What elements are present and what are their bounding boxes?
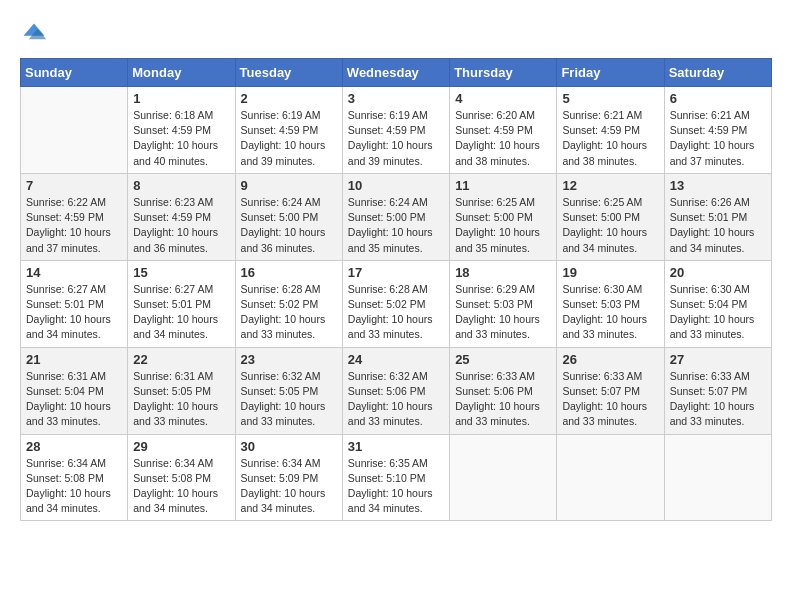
- calendar-cell: 6Sunrise: 6:21 AMSunset: 4:59 PMDaylight…: [664, 87, 771, 174]
- calendar-cell: 21Sunrise: 6:31 AMSunset: 5:04 PMDayligh…: [21, 347, 128, 434]
- day-number: 18: [455, 265, 551, 280]
- day-info: Sunrise: 6:34 AMSunset: 5:09 PMDaylight:…: [241, 456, 337, 517]
- day-number: 12: [562, 178, 658, 193]
- day-info: Sunrise: 6:33 AMSunset: 5:06 PMDaylight:…: [455, 369, 551, 430]
- day-number: 3: [348, 91, 444, 106]
- col-header-sunday: Sunday: [21, 59, 128, 87]
- col-header-friday: Friday: [557, 59, 664, 87]
- calendar-cell: 17Sunrise: 6:28 AMSunset: 5:02 PMDayligh…: [342, 260, 449, 347]
- calendar-cell: 31Sunrise: 6:35 AMSunset: 5:10 PMDayligh…: [342, 434, 449, 521]
- col-header-tuesday: Tuesday: [235, 59, 342, 87]
- calendar-cell: 25Sunrise: 6:33 AMSunset: 5:06 PMDayligh…: [450, 347, 557, 434]
- day-number: 10: [348, 178, 444, 193]
- day-info: Sunrise: 6:29 AMSunset: 5:03 PMDaylight:…: [455, 282, 551, 343]
- calendar-cell: 27Sunrise: 6:33 AMSunset: 5:07 PMDayligh…: [664, 347, 771, 434]
- day-number: 14: [26, 265, 122, 280]
- day-number: 16: [241, 265, 337, 280]
- day-number: 11: [455, 178, 551, 193]
- day-number: 31: [348, 439, 444, 454]
- day-number: 27: [670, 352, 766, 367]
- calendar-cell: 16Sunrise: 6:28 AMSunset: 5:02 PMDayligh…: [235, 260, 342, 347]
- day-info: Sunrise: 6:34 AMSunset: 5:08 PMDaylight:…: [26, 456, 122, 517]
- calendar-cell: 26Sunrise: 6:33 AMSunset: 5:07 PMDayligh…: [557, 347, 664, 434]
- day-info: Sunrise: 6:25 AMSunset: 5:00 PMDaylight:…: [562, 195, 658, 256]
- day-number: 4: [455, 91, 551, 106]
- day-number: 2: [241, 91, 337, 106]
- day-info: Sunrise: 6:23 AMSunset: 4:59 PMDaylight:…: [133, 195, 229, 256]
- day-info: Sunrise: 6:33 AMSunset: 5:07 PMDaylight:…: [562, 369, 658, 430]
- calendar-cell: 23Sunrise: 6:32 AMSunset: 5:05 PMDayligh…: [235, 347, 342, 434]
- day-number: 20: [670, 265, 766, 280]
- col-header-wednesday: Wednesday: [342, 59, 449, 87]
- calendar-cell: 15Sunrise: 6:27 AMSunset: 5:01 PMDayligh…: [128, 260, 235, 347]
- day-number: 25: [455, 352, 551, 367]
- day-info: Sunrise: 6:24 AMSunset: 5:00 PMDaylight:…: [348, 195, 444, 256]
- day-number: 7: [26, 178, 122, 193]
- day-info: Sunrise: 6:19 AMSunset: 4:59 PMDaylight:…: [241, 108, 337, 169]
- day-info: Sunrise: 6:27 AMSunset: 5:01 PMDaylight:…: [26, 282, 122, 343]
- day-number: 6: [670, 91, 766, 106]
- calendar-cell: 11Sunrise: 6:25 AMSunset: 5:00 PMDayligh…: [450, 173, 557, 260]
- day-info: Sunrise: 6:22 AMSunset: 4:59 PMDaylight:…: [26, 195, 122, 256]
- day-info: Sunrise: 6:20 AMSunset: 4:59 PMDaylight:…: [455, 108, 551, 169]
- col-header-thursday: Thursday: [450, 59, 557, 87]
- day-info: Sunrise: 6:30 AMSunset: 5:03 PMDaylight:…: [562, 282, 658, 343]
- calendar-cell: 12Sunrise: 6:25 AMSunset: 5:00 PMDayligh…: [557, 173, 664, 260]
- calendar-header-row: SundayMondayTuesdayWednesdayThursdayFrid…: [21, 59, 772, 87]
- day-info: Sunrise: 6:27 AMSunset: 5:01 PMDaylight:…: [133, 282, 229, 343]
- day-info: Sunrise: 6:21 AMSunset: 4:59 PMDaylight:…: [670, 108, 766, 169]
- calendar-cell: 29Sunrise: 6:34 AMSunset: 5:08 PMDayligh…: [128, 434, 235, 521]
- calendar-cell: 10Sunrise: 6:24 AMSunset: 5:00 PMDayligh…: [342, 173, 449, 260]
- day-info: Sunrise: 6:35 AMSunset: 5:10 PMDaylight:…: [348, 456, 444, 517]
- day-number: 19: [562, 265, 658, 280]
- day-info: Sunrise: 6:31 AMSunset: 5:05 PMDaylight:…: [133, 369, 229, 430]
- day-info: Sunrise: 6:24 AMSunset: 5:00 PMDaylight:…: [241, 195, 337, 256]
- day-info: Sunrise: 6:34 AMSunset: 5:08 PMDaylight:…: [133, 456, 229, 517]
- calendar-cell: 5Sunrise: 6:21 AMSunset: 4:59 PMDaylight…: [557, 87, 664, 174]
- day-info: Sunrise: 6:25 AMSunset: 5:00 PMDaylight:…: [455, 195, 551, 256]
- day-info: Sunrise: 6:26 AMSunset: 5:01 PMDaylight:…: [670, 195, 766, 256]
- day-number: 8: [133, 178, 229, 193]
- calendar-cell: 22Sunrise: 6:31 AMSunset: 5:05 PMDayligh…: [128, 347, 235, 434]
- day-info: Sunrise: 6:31 AMSunset: 5:04 PMDaylight:…: [26, 369, 122, 430]
- calendar-cell: [664, 434, 771, 521]
- day-number: 22: [133, 352, 229, 367]
- calendar-cell: 4Sunrise: 6:20 AMSunset: 4:59 PMDaylight…: [450, 87, 557, 174]
- calendar-week-row: 1Sunrise: 6:18 AMSunset: 4:59 PMDaylight…: [21, 87, 772, 174]
- day-number: 17: [348, 265, 444, 280]
- day-info: Sunrise: 6:18 AMSunset: 4:59 PMDaylight:…: [133, 108, 229, 169]
- day-number: 21: [26, 352, 122, 367]
- calendar-cell: 7Sunrise: 6:22 AMSunset: 4:59 PMDaylight…: [21, 173, 128, 260]
- calendar-week-row: 14Sunrise: 6:27 AMSunset: 5:01 PMDayligh…: [21, 260, 772, 347]
- calendar-cell: 9Sunrise: 6:24 AMSunset: 5:00 PMDaylight…: [235, 173, 342, 260]
- col-header-monday: Monday: [128, 59, 235, 87]
- col-header-saturday: Saturday: [664, 59, 771, 87]
- calendar-cell: 18Sunrise: 6:29 AMSunset: 5:03 PMDayligh…: [450, 260, 557, 347]
- calendar-week-row: 28Sunrise: 6:34 AMSunset: 5:08 PMDayligh…: [21, 434, 772, 521]
- day-info: Sunrise: 6:28 AMSunset: 5:02 PMDaylight:…: [241, 282, 337, 343]
- logo-icon: [20, 20, 48, 48]
- calendar-cell: 24Sunrise: 6:32 AMSunset: 5:06 PMDayligh…: [342, 347, 449, 434]
- day-number: 29: [133, 439, 229, 454]
- day-info: Sunrise: 6:21 AMSunset: 4:59 PMDaylight:…: [562, 108, 658, 169]
- day-number: 9: [241, 178, 337, 193]
- day-info: Sunrise: 6:30 AMSunset: 5:04 PMDaylight:…: [670, 282, 766, 343]
- day-number: 28: [26, 439, 122, 454]
- day-number: 1: [133, 91, 229, 106]
- day-info: Sunrise: 6:19 AMSunset: 4:59 PMDaylight:…: [348, 108, 444, 169]
- calendar-cell: 19Sunrise: 6:30 AMSunset: 5:03 PMDayligh…: [557, 260, 664, 347]
- day-number: 23: [241, 352, 337, 367]
- calendar-cell: 3Sunrise: 6:19 AMSunset: 4:59 PMDaylight…: [342, 87, 449, 174]
- calendar-cell: 30Sunrise: 6:34 AMSunset: 5:09 PMDayligh…: [235, 434, 342, 521]
- day-info: Sunrise: 6:32 AMSunset: 5:05 PMDaylight:…: [241, 369, 337, 430]
- page-header: [20, 20, 772, 48]
- calendar-cell: [21, 87, 128, 174]
- day-number: 5: [562, 91, 658, 106]
- calendar-table: SundayMondayTuesdayWednesdayThursdayFrid…: [20, 58, 772, 521]
- calendar-week-row: 21Sunrise: 6:31 AMSunset: 5:04 PMDayligh…: [21, 347, 772, 434]
- day-info: Sunrise: 6:28 AMSunset: 5:02 PMDaylight:…: [348, 282, 444, 343]
- calendar-cell: 1Sunrise: 6:18 AMSunset: 4:59 PMDaylight…: [128, 87, 235, 174]
- day-number: 26: [562, 352, 658, 367]
- calendar-week-row: 7Sunrise: 6:22 AMSunset: 4:59 PMDaylight…: [21, 173, 772, 260]
- calendar-cell: 13Sunrise: 6:26 AMSunset: 5:01 PMDayligh…: [664, 173, 771, 260]
